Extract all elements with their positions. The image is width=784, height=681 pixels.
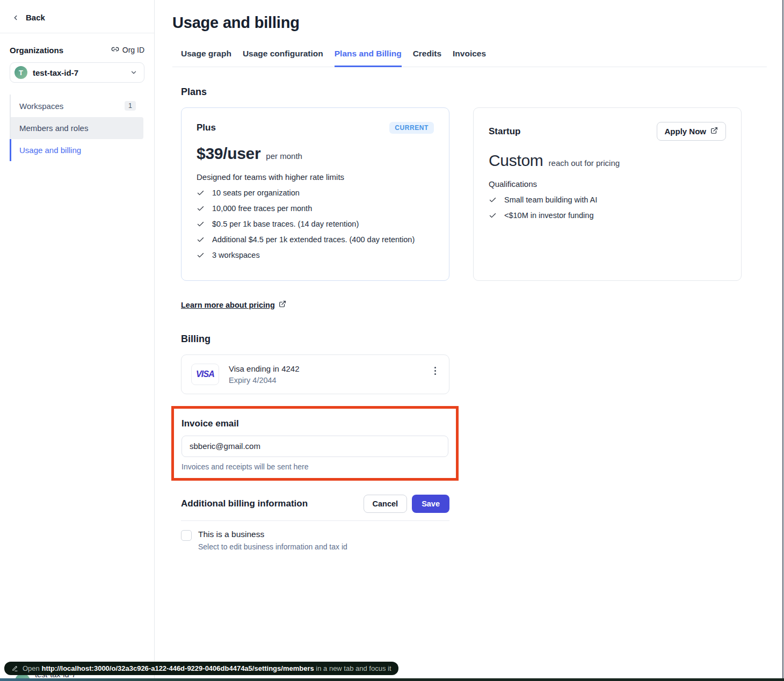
org-id-label: Org ID [122, 46, 144, 54]
external-link-icon [710, 127, 718, 136]
check-icon [489, 196, 497, 204]
plan-card-plus: Plus CURRENT $39/user per month Designed… [181, 107, 449, 281]
check-icon [197, 189, 205, 197]
workspaces-count-badge: 1 [125, 101, 136, 111]
sidebar-item-members-and-roles[interactable]: Members and roles [11, 117, 143, 139]
plan-name: Startup [489, 126, 521, 137]
payment-method-card: VISA Visa ending in 4242 Expiry 4/2044 [181, 354, 449, 394]
additional-billing-title: Additional billing information [181, 498, 308, 509]
sidebar-item-label: Usage and billing [19, 146, 81, 155]
main-content: Usage and billing Usage graph Usage conf… [155, 0, 784, 681]
apply-now-button[interactable]: Apply Now [657, 122, 727, 141]
plan-description: Designed for teams with higher rate limi… [197, 172, 434, 182]
right-window-edge [782, 0, 783, 681]
org-selector-name: test-tax-id-7 [33, 68, 130, 77]
feature-item: $0.5 per 1k base traces. (14 day retenti… [197, 220, 434, 228]
sidebar-item-workspaces[interactable]: Workspaces 1 [11, 95, 143, 117]
plan-features: 10 seats per organization 10,000 free tr… [197, 189, 434, 259]
feature-text: <$10M in investor funding [504, 211, 593, 220]
plan-price-suffix: reach out for pricing [549, 158, 620, 168]
card-ending-label: Visa ending in 4242 [229, 364, 422, 373]
feature-item: 10 seats per organization [197, 189, 434, 197]
learn-more-label: Learn more about pricing [181, 301, 275, 309]
plan-card-startup: Startup Apply Now Custom reach out for p… [473, 107, 742, 281]
page-title: Usage and billing [172, 0, 767, 32]
status-suffix: in a new tab and focus it [316, 664, 391, 672]
check-icon [197, 236, 205, 244]
current-plan-badge: CURRENT [389, 122, 434, 134]
feature-item: <$10M in investor funding [489, 211, 726, 220]
tab-credits[interactable]: Credits [413, 49, 441, 67]
business-checkbox-label: This is a business [198, 530, 347, 539]
plan-price: Custom [489, 151, 543, 170]
sidebar-item-label: Members and roles [19, 124, 88, 133]
feature-item: Small team building with AI [489, 195, 726, 204]
plan-name: Plus [197, 122, 216, 133]
plan-features: Small team building with AI <$10M in inv… [489, 195, 726, 220]
cancel-button[interactable]: Cancel [364, 495, 408, 513]
invoice-email-helper: Invoices and receipts will be sent here [182, 462, 448, 471]
plans-section-title: Plans [181, 86, 767, 98]
plan-price-suffix: per month [266, 151, 302, 161]
organizations-heading: Organizations [10, 46, 63, 55]
chevron-down-icon [130, 69, 137, 76]
status-link-tooltip: Open http://localhost:3000/o/32a3c926-a1… [4, 662, 398, 675]
check-icon [197, 220, 205, 228]
invoice-email-label: Invoice email [182, 418, 448, 429]
feature-text: Small team building with AI [504, 195, 597, 204]
back-label: Back [26, 13, 45, 22]
sidebar: Back Organizations Org ID T test-tax-id-… [0, 0, 155, 681]
apply-now-label: Apply Now [665, 127, 707, 136]
feature-text: 10 seats per organization [212, 189, 300, 197]
feature-text: 3 workspaces [212, 251, 260, 259]
visa-logo: VISA [191, 364, 219, 385]
plan-price: $39/user [197, 144, 260, 163]
check-icon [197, 205, 205, 213]
bottom-window-edge [0, 678, 784, 681]
tab-usage-graph[interactable]: Usage graph [181, 49, 231, 67]
feature-text: 10,000 free traces per month [212, 204, 312, 213]
kebab-menu-icon[interactable] [431, 364, 439, 378]
save-button[interactable]: Save [412, 495, 449, 513]
learn-more-pricing-link[interactable]: Learn more about pricing [181, 300, 286, 309]
tab-bar: Usage graph Usage configuration Plans an… [172, 49, 767, 67]
organization-selector[interactable]: T test-tax-id-7 [10, 62, 144, 83]
org-avatar: T [14, 66, 27, 79]
pen-icon [11, 665, 18, 672]
business-checkbox-helper: Select to edit business information and … [198, 542, 347, 551]
billing-section-title: Billing [181, 334, 767, 345]
this-is-a-business-checkbox[interactable] [181, 530, 192, 541]
tab-usage-configuration[interactable]: Usage configuration [243, 49, 323, 67]
back-chevron-icon [12, 14, 19, 21]
card-expiry-label: Expiry 4/2044 [229, 376, 422, 385]
tab-plans-and-billing[interactable]: Plans and Billing [335, 49, 402, 67]
feature-text: Additional $4.5 per 1k extended traces. … [212, 235, 415, 244]
tab-invoices[interactable]: Invoices [453, 49, 486, 67]
status-url: http://localhost:3000/o/32a3c926-a122-44… [41, 664, 314, 672]
feature-item: Additional $4.5 per 1k extended traces. … [197, 235, 434, 244]
sidebar-item-usage-and-billing[interactable]: Usage and billing [11, 139, 143, 161]
back-button[interactable]: Back [0, 0, 154, 33]
org-id-button[interactable]: Org ID [111, 45, 144, 55]
sidebar-nav: Workspaces 1 Members and roles Usage and… [10, 95, 143, 161]
annotation-highlight: Invoice email Invoices and receipts will… [171, 406, 459, 481]
qualifications-label: Qualifications [489, 179, 726, 189]
visa-logo-text: VISA [196, 370, 214, 379]
feature-item: 10,000 free traces per month [197, 204, 434, 213]
external-link-icon [279, 300, 286, 309]
additional-billing-header: Additional billing information Cancel Sa… [181, 495, 449, 521]
sidebar-item-label: Workspaces [19, 102, 63, 111]
check-icon [197, 251, 205, 259]
status-prefix: Open [23, 664, 40, 672]
check-icon [489, 212, 497, 220]
feature-item: 3 workspaces [197, 251, 434, 259]
link-icon [111, 45, 119, 55]
business-checkbox-row: This is a business Select to edit busine… [181, 530, 767, 551]
feature-text: $0.5 per 1k base traces. (14 day retenti… [212, 220, 359, 228]
invoice-email-input[interactable] [182, 436, 448, 457]
